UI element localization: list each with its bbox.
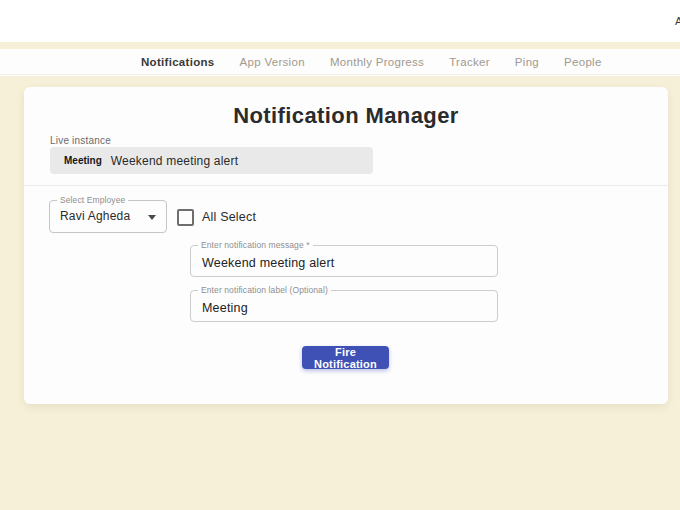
all-select-checkbox[interactable]	[177, 209, 194, 226]
page-title: Notification Manager	[24, 103, 668, 129]
chevron-down-icon	[148, 215, 156, 220]
all-select-row: All Select	[177, 209, 256, 225]
employee-select-value: Ravi Agheda	[60, 201, 130, 232]
employee-select[interactable]: Select Employee Ravi Agheda	[49, 200, 167, 233]
header-strip	[0, 42, 680, 49]
tab-people[interactable]: People	[564, 56, 602, 68]
tab-app-version[interactable]: App Version	[240, 56, 305, 68]
tab-tracker[interactable]: Tracker	[449, 56, 490, 68]
tab-monthly-progress[interactable]: Monthly Progress	[330, 56, 424, 68]
page: A Notifications App Version Monthly Prog…	[0, 0, 680, 510]
notification-preview: Meeting Weekend meeting alert	[50, 147, 373, 174]
notification-preview-label: Meeting	[64, 155, 102, 166]
top-right-partial-text: A	[675, 15, 680, 27]
notification-preview-message: Weekend meeting alert	[111, 154, 238, 168]
notification-label-field-value: Meeting	[202, 301, 248, 315]
notification-message-field-label: Enter notification message *	[198, 240, 313, 250]
notification-message-field-value: Weekend meeting alert	[202, 256, 335, 270]
notification-message-field[interactable]: Enter notification message * Weekend mee…	[190, 245, 498, 277]
navigation-bar: Notifications App Version Monthly Progre…	[0, 49, 680, 75]
section-divider	[24, 185, 668, 186]
all-select-label: All Select	[202, 210, 256, 224]
live-instance-label: Live instance	[50, 135, 111, 146]
notification-manager-card: Notification Manager Live instance Meeti…	[24, 87, 668, 404]
tab-ping[interactable]: Ping	[515, 56, 539, 68]
notification-label-field[interactable]: Enter notification label (Optional) Meet…	[190, 290, 498, 322]
notification-label-field-label: Enter notification label (Optional)	[198, 285, 331, 295]
tab-notifications[interactable]: Notifications	[141, 56, 215, 68]
fire-notification-button[interactable]: Fire Notification	[302, 346, 389, 369]
